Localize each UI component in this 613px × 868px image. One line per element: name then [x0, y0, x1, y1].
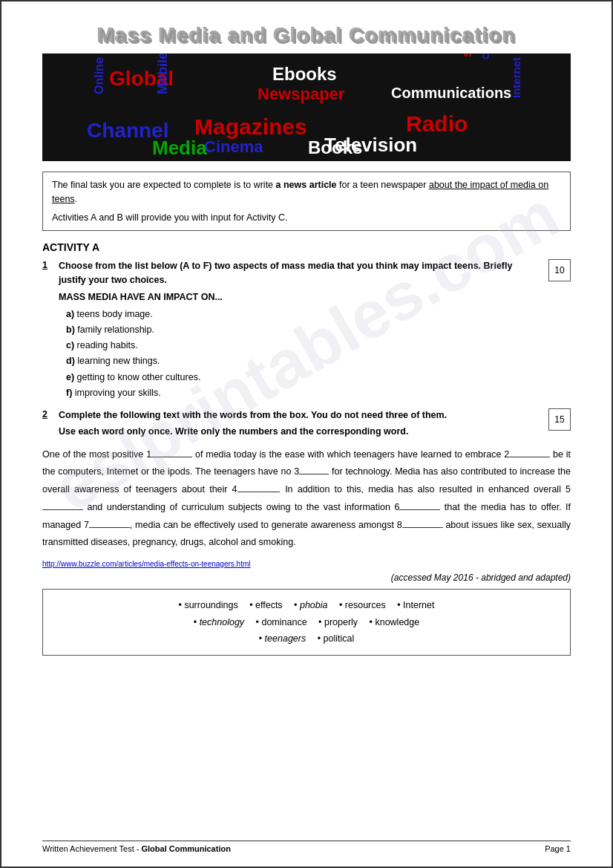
word-box: • surroundings • effects • phobia • reso…: [42, 589, 571, 656]
page-footer: Written Achievement Test - Global Commun…: [42, 841, 571, 853]
word-phobia: • phobia: [294, 600, 327, 610]
word-cloud-word: Media: [152, 137, 207, 160]
page: eslprintables.com Mass Media and Global …: [0, 0, 613, 868]
word-teenagers: • teenagers: [259, 633, 306, 644]
source-line: (accessed May 2016 - abridged and adapte…: [42, 572, 571, 583]
link-line: http://www.buzzle.com/articles/media-eff…: [42, 556, 571, 570]
q2-score-box: 15: [548, 408, 571, 431]
question-2-row: 2 Complete the following text with the w…: [42, 408, 571, 439]
word-effects: • effects: [249, 600, 282, 610]
word-resources: • resources: [339, 600, 386, 610]
word-box-row3: • teenagers • political: [58, 630, 555, 647]
list-item: d) learning new things.: [66, 353, 541, 369]
q1-content: Choose from the list below (A to F) two …: [59, 259, 541, 401]
question-1-row: 1 Choose from the list below (A to F) tw…: [42, 259, 571, 401]
word-cloud-word: Mobile: [155, 53, 171, 94]
word-political: • political: [318, 633, 355, 644]
list-item: b) family relationship.: [66, 322, 541, 338]
word-cloud-word: Newspaper: [258, 85, 344, 104]
page-title: Mass Media and Global Communication: [97, 24, 516, 48]
word-box-row2: • technology • dominance • properly • kn…: [58, 614, 555, 631]
word-cloud-word: Magazines: [194, 114, 307, 140]
fill-paragraph: One of the most positive 1 of media toda…: [42, 446, 571, 552]
list-item: c) reading habits.: [66, 338, 541, 353]
q1-number: 1: [42, 260, 59, 270]
q1-subheading: MASS MEDIA HAVE AN IMPACT ON...: [59, 290, 541, 304]
word-technology: • technology: [194, 617, 244, 627]
q2-content: Complete the following text with the wor…: [59, 408, 541, 439]
fill-text-area: One of the most positive 1 of media toda…: [42, 446, 571, 570]
intro-line2: Activities A and B will provide you with…: [52, 211, 561, 225]
word-cloud-word: Communications: [391, 85, 511, 102]
list-item: e) getting to know other cultures.: [66, 370, 541, 385]
q2-text: Complete the following text with the wor…: [59, 408, 541, 422]
word-cloud-word: Books: [308, 137, 362, 158]
footer-left: Written Achievement Test - Global Commun…: [42, 844, 231, 853]
word-cloud-word: Cinema: [204, 137, 263, 157]
word-properly: • properly: [318, 617, 358, 627]
title-area: Mass Media and Global Communication: [42, 24, 571, 48]
list-item: a) teens body image.: [66, 307, 541, 322]
word-dominance: • dominance: [256, 617, 307, 627]
word-cloud-banner: GlobalEbooksStationClassOnlineMobileNews…: [42, 53, 571, 161]
word-knowledge: • knowledge: [370, 617, 420, 627]
word-cloud-word: Station: [462, 53, 473, 57]
intro-box: The final task you are expected to compl…: [42, 172, 571, 231]
intro-line1: The final task you are expected to compl…: [52, 178, 561, 206]
footer-right: Page 1: [545, 844, 571, 853]
q1-score-box: 10: [548, 259, 571, 281]
word-surroundings: • surroundings: [179, 600, 238, 610]
activity-a-heading: ACTIVITY A: [42, 241, 571, 253]
q1-text: Choose from the list below (A to F) two …: [59, 259, 541, 287]
list-item: f) improving your skills.: [66, 385, 541, 401]
q2-number: 2: [42, 409, 59, 420]
word-cloud-word: Internet: [510, 57, 522, 98]
word-internet: • Internet: [397, 600, 434, 610]
word-cloud-word: Class: [480, 53, 491, 59]
word-cloud-word: Radio: [406, 111, 468, 137]
word-cloud-word: Ebooks: [272, 64, 337, 85]
q1-items: a) teens body image. b) family relations…: [59, 307, 541, 402]
word-box-row1: • surroundings • effects • phobia • reso…: [58, 597, 555, 614]
q2-text2: Use each word only once. Write only the …: [59, 425, 541, 439]
word-cloud-word: Online: [93, 57, 106, 94]
